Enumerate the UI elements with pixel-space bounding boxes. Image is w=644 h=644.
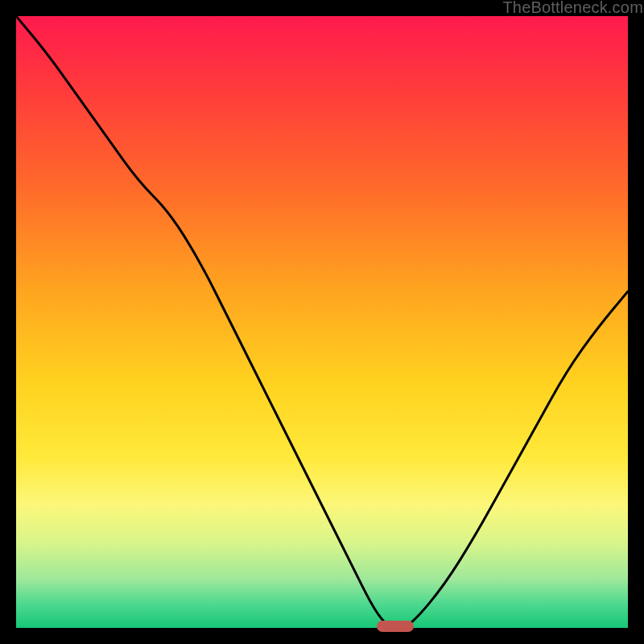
chart-frame: TheBottleneck.com: [0, 0, 644, 644]
optimal-marker: [377, 621, 414, 632]
chart-plot-area: [16, 16, 628, 628]
watermark-text: TheBottleneck.com: [502, 0, 643, 17]
bottleneck-curve: [16, 16, 628, 628]
